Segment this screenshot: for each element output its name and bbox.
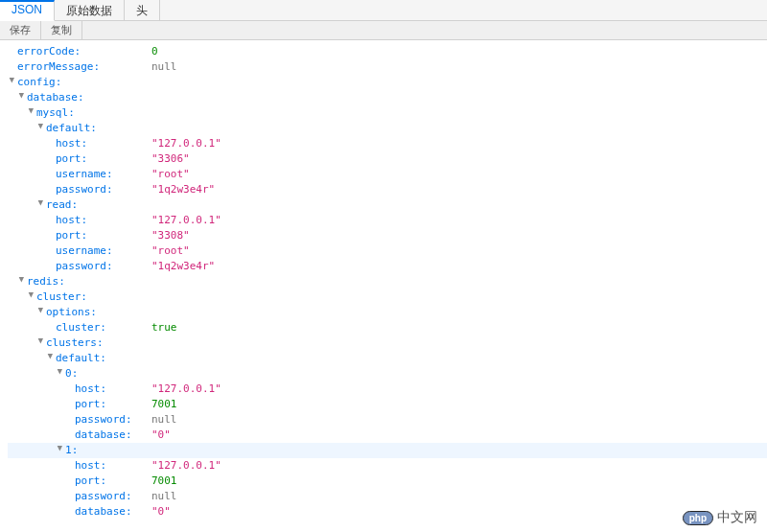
row-config[interactable]: ▶config xyxy=(8,75,767,90)
key-host: host xyxy=(75,459,106,472)
row-cluster[interactable]: ▶cluster xyxy=(8,289,767,305)
key-host: host xyxy=(75,382,106,395)
val-host: "127.0.0.1" xyxy=(151,382,221,397)
copy-button[interactable]: 复制 xyxy=(41,21,82,39)
val-errorcode: 0 xyxy=(151,44,158,59)
toggle-icon[interactable]: ▶ xyxy=(14,93,30,103)
row-mysql-default-port[interactable]: port"3306" xyxy=(8,151,767,167)
row-c1-database[interactable]: database"0" xyxy=(8,504,767,520)
toggle-icon[interactable]: ▶ xyxy=(43,354,58,363)
key-username: username xyxy=(56,168,113,180)
row-redis[interactable]: ▶redis xyxy=(8,274,767,289)
key-password: password xyxy=(56,183,113,196)
key-errorcode: errorCode xyxy=(17,45,81,58)
tab-headers[interactable]: 头 xyxy=(125,0,160,20)
row-c0-port[interactable]: port7001 xyxy=(8,397,767,412)
row-c0-password[interactable]: passwordnull xyxy=(8,412,767,428)
toggle-icon[interactable]: ▶ xyxy=(24,108,39,118)
val-database: "0" xyxy=(151,428,171,443)
row-database[interactable]: ▶database xyxy=(8,90,767,105)
toggle-icon[interactable]: ▶ xyxy=(53,369,68,379)
key-database: database xyxy=(75,505,132,518)
row-clusters[interactable]: ▶clusters xyxy=(8,335,767,351)
key-cluster-opt: cluster xyxy=(56,321,106,334)
key-host: host xyxy=(56,137,87,150)
row-mysql-read-password[interactable]: password"1q2w3e4r" xyxy=(8,259,767,274)
toolbar: 保存 复制 xyxy=(0,21,767,40)
key-port: port xyxy=(56,229,87,242)
key-port: port xyxy=(75,398,106,410)
row-mysql-read-port[interactable]: port"3308" xyxy=(8,228,767,243)
row-errormessage[interactable]: errorMessagenull xyxy=(8,59,767,75)
row-c0-database[interactable]: database"0" xyxy=(8,428,767,443)
toggle-icon[interactable]: ▶ xyxy=(34,124,49,133)
val-host: "127.0.0.1" xyxy=(151,213,221,228)
row-c0-host[interactable]: host"127.0.0.1" xyxy=(8,382,767,397)
key-database: database xyxy=(75,428,132,441)
key-options: options xyxy=(46,305,97,320)
val-host: "127.0.0.1" xyxy=(151,136,221,151)
val-username: "root" xyxy=(151,167,190,182)
key-host: host xyxy=(56,214,87,226)
val-cluster-opt: true xyxy=(151,320,177,335)
key-cluster: cluster xyxy=(36,289,87,305)
row-clusters-0[interactable]: ▶0 xyxy=(8,366,767,382)
toggle-icon[interactable]: ▶ xyxy=(34,200,49,210)
php-logo-icon: php xyxy=(683,511,713,524)
toggle-icon[interactable]: ▶ xyxy=(5,78,20,87)
key-config: config xyxy=(17,75,61,90)
row-mysql-default-username[interactable]: username"root" xyxy=(8,167,767,182)
row-mysql-default-password[interactable]: password"1q2w3e4r" xyxy=(8,182,767,197)
row-c1-port[interactable]: port7001 xyxy=(8,474,767,489)
toggle-icon[interactable]: ▶ xyxy=(34,338,49,348)
json-tree: errorCode0 errorMessagenull ▶config ▶dat… xyxy=(0,40,767,523)
tab-json[interactable]: JSON xyxy=(0,0,55,21)
row-mysql-read-host[interactable]: host"127.0.0.1" xyxy=(8,213,767,228)
row-mysql[interactable]: ▶mysql xyxy=(8,105,767,121)
row-options[interactable]: ▶options xyxy=(8,305,767,320)
tab-bar: JSON 原始数据 头 xyxy=(0,0,767,21)
toggle-icon[interactable]: ▶ xyxy=(34,308,49,317)
key-mysql: mysql xyxy=(36,105,75,121)
row-clusters-1[interactable]: ▶1 xyxy=(8,443,767,458)
row-mysql-default-host[interactable]: host"127.0.0.1" xyxy=(8,136,767,151)
watermark-text: 中文网 xyxy=(717,509,757,523)
val-port: "3308" xyxy=(151,228,190,243)
row-mysql-read-username[interactable]: username"root" xyxy=(8,243,767,259)
row-c1-host[interactable]: host"127.0.0.1" xyxy=(8,458,767,474)
toggle-icon[interactable]: ▶ xyxy=(14,277,30,287)
key-errormessage: errorMessage xyxy=(17,60,100,73)
save-button[interactable]: 保存 xyxy=(0,21,41,39)
key-port: port xyxy=(56,152,87,165)
val-port: 7001 xyxy=(151,397,177,412)
val-password: null xyxy=(151,489,177,504)
key-database: database xyxy=(27,90,84,105)
tab-raw[interactable]: 原始数据 xyxy=(55,0,125,20)
toggle-icon[interactable]: ▶ xyxy=(24,292,39,302)
val-password: "1q2w3e4r" xyxy=(151,259,215,274)
key-clusters: clusters xyxy=(46,335,104,351)
val-username: "root" xyxy=(151,243,190,259)
val-database: "0" xyxy=(151,504,171,520)
val-errormessage: null xyxy=(151,59,177,75)
key-read: read xyxy=(46,197,78,213)
row-options-cluster[interactable]: clustertrue xyxy=(8,320,767,335)
key-redis: redis xyxy=(27,274,65,289)
row-mysql-default[interactable]: ▶default xyxy=(8,121,767,136)
row-c1-password[interactable]: passwordnull xyxy=(8,489,767,504)
key-password: password xyxy=(75,413,132,426)
key-password: password xyxy=(56,260,113,272)
val-password: "1q2w3e4r" xyxy=(151,182,215,197)
val-password: null xyxy=(151,412,177,428)
val-host: "127.0.0.1" xyxy=(151,458,221,474)
row-clusters-default[interactable]: ▶default xyxy=(8,351,767,366)
key-default: default xyxy=(46,121,97,136)
val-port: "3306" xyxy=(151,151,190,167)
val-port: 7001 xyxy=(151,474,177,489)
row-mysql-read[interactable]: ▶read xyxy=(8,197,767,213)
toggle-icon[interactable]: ▶ xyxy=(53,446,68,455)
key-username: username xyxy=(56,244,113,257)
key-port: port xyxy=(75,474,106,487)
row-errorcode[interactable]: errorCode0 xyxy=(8,44,767,59)
watermark: php 中文网 xyxy=(683,509,757,523)
